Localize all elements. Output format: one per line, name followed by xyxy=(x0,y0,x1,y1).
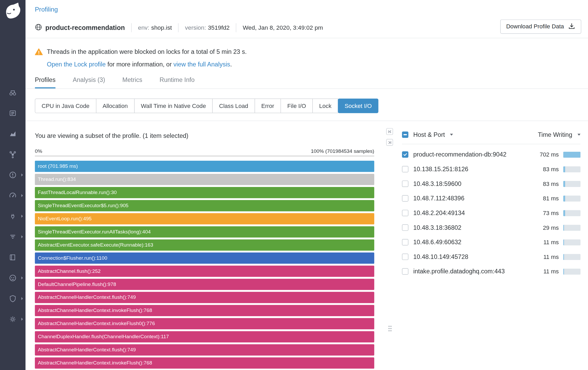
host-time: 83 ms xyxy=(529,180,559,187)
host-checkbox[interactable] xyxy=(402,268,408,274)
host-row[interactable]: 10.48.3.18:3680229 ms xyxy=(402,220,580,235)
profile-type-wall-time-in-native-code[interactable]: Wall Time in Native Code xyxy=(134,98,213,113)
host-label: intake.profile.datadoghq.com:443 xyxy=(413,268,505,275)
subset-note: You are viewing a subset of the profile.… xyxy=(35,132,374,139)
host-port-label: Host & Port xyxy=(413,131,445,138)
host-checkbox[interactable] xyxy=(402,151,408,158)
time-bar xyxy=(563,225,581,231)
profile-type-allocation[interactable]: Allocation xyxy=(96,98,135,113)
hosts-header: Host & Port Time Writing xyxy=(402,128,580,144)
host-port-selector[interactable]: Host & Port xyxy=(408,131,453,138)
sidebar-item-dashboards[interactable] xyxy=(0,123,25,144)
sidebar-item-infrastructure[interactable] xyxy=(0,144,25,164)
divider xyxy=(236,23,236,32)
tab-metrics[interactable]: Metrics xyxy=(122,76,142,88)
infrastructure-icon xyxy=(9,150,17,158)
open-lock-profile-link[interactable]: Open the Lock profile xyxy=(47,61,106,67)
version-label: version: xyxy=(185,24,206,31)
host-row[interactable]: product-recommendation-db:9042702 ms xyxy=(402,147,580,162)
host-label: 10.48.6.49:60632 xyxy=(413,239,461,246)
time-bar xyxy=(563,166,581,172)
flame-frame[interactable]: AbstractChannel.flush():252 xyxy=(35,265,374,277)
flame-frame[interactable]: SingleThreadEventExecutor.runAllTasks(lo… xyxy=(35,226,374,238)
integrations-icon xyxy=(9,212,17,220)
collapse-right-button[interactable] xyxy=(386,139,393,146)
flame-frame[interactable]: NioEventLoop.run():495 xyxy=(35,213,374,225)
warning-between-text: for more information, or xyxy=(106,61,173,67)
flame-frame[interactable]: Thread.run():834 xyxy=(35,174,374,185)
security-icon xyxy=(9,294,17,303)
sidebar-item-logs[interactable] xyxy=(0,226,25,247)
sidebar-item-apm[interactable] xyxy=(0,185,25,206)
flame-frame[interactable]: ChannelDuplexHandler.flush(ChannelHandle… xyxy=(35,331,374,342)
host-list: product-recommendation-db:9042702 ms10.1… xyxy=(402,144,580,279)
flame-frame[interactable]: AbstractChannelHandlerContext.flush():74… xyxy=(35,344,374,356)
host-row[interactable]: 10.48.7.112:4839681 ms xyxy=(402,191,580,206)
flame-frame[interactable]: AbstractChannelHandlerContext.invokeFlus… xyxy=(35,357,374,369)
host-checkbox[interactable] xyxy=(402,195,408,201)
flame-frame[interactable]: AbstractEventExecutor.safeExecute(Runnab… xyxy=(35,239,374,251)
host-label: product-recommendation-db:9042 xyxy=(413,151,507,158)
sidebar-item-monitors[interactable] xyxy=(0,164,25,185)
breadcrumb-profiling[interactable]: Profiling xyxy=(35,6,58,14)
flame-frame[interactable]: AbstractChannelHandlerContext.flush():74… xyxy=(35,292,374,303)
host-row[interactable]: intake.profile.datadoghq.com:44311 ms xyxy=(402,264,580,279)
host-row[interactable]: 10.48.3.18:5960083 ms xyxy=(402,176,580,191)
sidebar-item-synthetics[interactable] xyxy=(0,268,25,288)
host-row[interactable]: 10.48.10.149:4572811 ms xyxy=(402,249,580,264)
host-checkbox[interactable] xyxy=(402,225,408,231)
flame-frame[interactable]: SingleThreadEventExecutor$5.run():905 xyxy=(35,200,374,211)
flame-frame[interactable]: AbstractChannelHandlerContext.invokeFlus… xyxy=(35,318,374,329)
chevron-right-icon xyxy=(21,317,23,320)
profile-type-lock[interactable]: Lock xyxy=(313,98,338,113)
profile-type-socket-i-o[interactable]: Socket I/O xyxy=(338,98,379,113)
globe-icon xyxy=(35,23,42,32)
host-checkbox[interactable] xyxy=(402,210,408,216)
sidebar-item-notebooks[interactable] xyxy=(0,247,25,267)
host-time: 73 ms xyxy=(529,210,559,216)
sidebar-item-integrations[interactable] xyxy=(0,206,25,226)
download-icon xyxy=(568,22,575,31)
select-all-checkbox[interactable] xyxy=(402,131,408,138)
host-row[interactable]: 10.138.15.251:812683 ms xyxy=(402,162,580,176)
chevron-right-icon xyxy=(21,297,23,300)
sidebar-item-settings[interactable] xyxy=(0,309,25,329)
time-bar-fill xyxy=(563,254,564,260)
flame-frame[interactable]: FastThreadLocalRunnable.run():30 xyxy=(35,187,374,198)
host-time: 702 ms xyxy=(529,151,559,158)
profile-type-error[interactable]: Error xyxy=(254,98,281,113)
profile-type-cpu-in-java-code[interactable]: CPU in Java Code xyxy=(35,98,96,113)
download-profile-data-button[interactable]: Download Profile Data xyxy=(500,19,581,34)
sidebar-item-events[interactable] xyxy=(0,103,25,123)
tab-profiles[interactable]: Profiles xyxy=(35,76,56,88)
host-checkbox[interactable] xyxy=(402,239,408,245)
host-checkbox[interactable] xyxy=(402,181,408,187)
splitter-drag-handle[interactable] xyxy=(388,325,392,333)
time-bar xyxy=(563,268,581,274)
flame-frame[interactable]: Connection$Flusher.run():1100 xyxy=(35,253,374,264)
tab-analysis-3[interactable]: Analysis (3) xyxy=(73,76,105,88)
sidebar-item-watchdog[interactable] xyxy=(0,82,25,102)
host-row[interactable]: 10.48.2.204:4913473 ms xyxy=(402,206,580,220)
monitors-icon xyxy=(9,171,17,179)
chevron-right-icon xyxy=(21,215,23,217)
time-bar xyxy=(563,152,581,158)
time-writing-selector[interactable]: Time Writing xyxy=(538,131,580,138)
env-label: env: xyxy=(138,24,149,31)
warning-message: Threads in the application were blocked … xyxy=(47,48,247,56)
profile-type-class-load[interactable]: Class Load xyxy=(212,98,255,113)
view-full-analysis-link[interactable]: view the full Analysis xyxy=(173,61,230,67)
datadog-logo[interactable] xyxy=(0,0,25,21)
profile-type-row: CPU in Java CodeAllocationWall Time in N… xyxy=(25,89,588,121)
tab-runtime-info[interactable]: Runtime Info xyxy=(160,76,195,88)
flame-frame[interactable]: root (701.985 ms) xyxy=(35,161,374,172)
flame-frame[interactable]: DefaultChannelPipeline.flush():978 xyxy=(35,279,374,290)
host-checkbox[interactable] xyxy=(402,166,408,172)
sidebar-item-security[interactable] xyxy=(0,288,25,309)
flame-frame[interactable]: AbstractChannelHandlerContext.invokeFlus… xyxy=(35,305,374,316)
hosts-pane: Host & Port Time Writing product-recomme… xyxy=(397,121,588,370)
host-checkbox[interactable] xyxy=(402,254,408,260)
collapse-left-button[interactable] xyxy=(386,128,393,135)
profile-type-file-i-o[interactable]: File I/O xyxy=(280,98,313,113)
host-row[interactable]: 10.48.6.49:6063211 ms xyxy=(402,235,580,250)
